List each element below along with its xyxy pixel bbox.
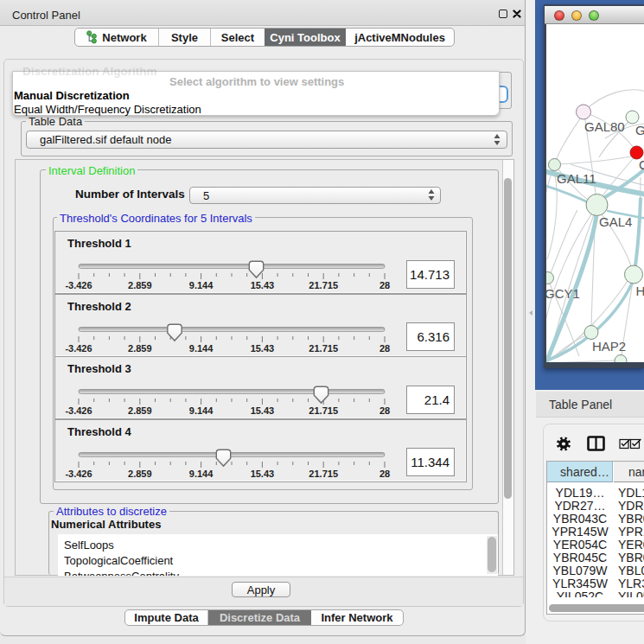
svg-text:21.715: 21.715 — [309, 405, 338, 416]
svg-text:GCY1: GCY1 — [546, 286, 580, 301]
svg-text:2.859: 2.859 — [128, 343, 152, 354]
svg-text:2.859: 2.859 — [128, 405, 152, 416]
svg-text:28: 28 — [379, 280, 390, 290]
svg-text:2.859: 2.859 — [128, 469, 152, 479]
svg-text:9.144: 9.144 — [189, 405, 214, 416]
svg-text:GAL80: GAL80 — [584, 119, 625, 134]
svg-text:28: 28 — [379, 405, 390, 416]
svg-text:HA: HA — [636, 284, 644, 298]
svg-text:15.43: 15.43 — [251, 469, 275, 479]
svg-text:9.144: 9.144 — [189, 343, 214, 354]
svg-text:HAP2: HAP2 — [592, 339, 626, 354]
svg-text:15.43: 15.43 — [251, 280, 275, 290]
svg-text:9.144: 9.144 — [189, 280, 214, 290]
svg-text:GAL: GAL — [635, 123, 644, 137]
svg-text:15.43: 15.43 — [251, 343, 275, 354]
svg-text:C: C — [639, 157, 644, 172]
svg-text:28: 28 — [379, 469, 390, 479]
svg-text:-3.426: -3.426 — [65, 405, 92, 416]
svg-text:21.715: 21.715 — [309, 469, 338, 479]
svg-text:2.859: 2.859 — [128, 280, 152, 290]
svg-text:15.43: 15.43 — [251, 405, 275, 416]
svg-text:9.144: 9.144 — [189, 469, 214, 479]
svg-text:21.715: 21.715 — [309, 343, 338, 354]
svg-text:28: 28 — [379, 343, 390, 354]
svg-text:GAL4: GAL4 — [599, 214, 632, 229]
svg-text:21.715: 21.715 — [309, 280, 338, 290]
svg-text:-3.426: -3.426 — [65, 343, 92, 354]
svg-text:-3.426: -3.426 — [65, 280, 92, 290]
svg-text:GAL11: GAL11 — [557, 171, 596, 186]
svg-text:-3.426: -3.426 — [65, 469, 92, 479]
